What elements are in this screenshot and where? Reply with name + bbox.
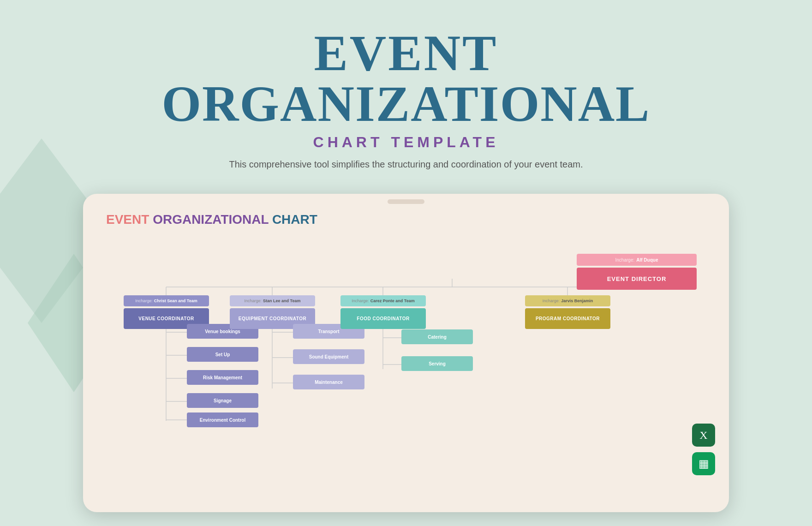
org-chart-container: Incharge: Alf Duque EVENT DIRECTOR Incha… [106,241,706,439]
venue-incharge: Incharge: Christ Sean and Team [124,295,209,306]
food-incharge-name: Carez Ponte and Team [370,299,415,303]
ed-incharge-name: Alf Duque [636,257,658,263]
chart-title: EVENT ORGANIZATIONAL CHART [106,212,706,227]
chart-title-org: ORGANIZATIONAL [153,212,269,227]
equip-incharge-name: Stan Lee and Team [263,299,300,303]
subtitle: CHART TEMPLATE [0,134,812,151]
excel-icon[interactable]: X [692,424,715,447]
food-incharge: Incharge: Carez Ponte and Team [340,295,426,306]
icons-container: X ▦ [692,424,715,475]
equip-incharge-label: Incharge: [245,299,262,303]
description: This comprehensive tool simplifies the s… [0,159,812,170]
tablet: EVENT ORGANIZATIONAL CHART [83,194,729,512]
food-coordinator-label: FOOD COORDINATOR [357,316,409,321]
title-line1: EVENT [0,28,812,78]
program-coordinator-box: PROGRAM COORDINATOR [525,308,610,329]
venue-incharge-label: Incharge: [135,299,153,303]
chart-title-event: EVENT [106,212,149,227]
program-coordinator-label: PROGRAM COORDINATOR [536,316,600,321]
equip-sub-1: Sound Equipment [293,349,364,364]
venue-sub-3: Signage [187,393,258,408]
food-sub-1: Serving [401,356,473,371]
tablet-notch [388,199,424,204]
ed-incharge-label: Incharge: [615,257,635,263]
event-director-incharge: Incharge: Alf Duque [577,254,697,266]
venue-coordinator-label: VENUE COORDINATOR [138,316,194,321]
food-coordinator-box: FOOD COORDINATOR [340,308,426,329]
venue-incharge-name: Christ Sean and Team [154,299,197,303]
equipment-incharge: Incharge: Stan Lee and Team [230,295,315,306]
program-incharge: Incharge: Jarvis Benjamin [525,295,610,306]
header: EVENT ORGANIZATIONAL CHART TEMPLATE This… [0,0,812,170]
equip-sub-2: Maintenance [293,375,364,389]
sheets-icon[interactable]: ▦ [692,452,715,475]
chart-title-chart: CHART [272,212,317,227]
venue-sub-2: Risk Management [187,370,258,385]
prog-incharge-label: Incharge: [543,299,560,303]
venue-sub-4: Environment Control [187,412,258,427]
title-line2: ORGANIZATIONAL [0,78,812,129]
venue-sub-1: Set Up [187,347,258,362]
equipment-coordinator-label: EQUIPMENT COORDINATOR [239,316,306,321]
event-director-box: EVENT DIRECTOR [577,268,697,290]
prog-incharge-name: Jarvis Benjamin [561,299,593,303]
food-incharge-label: Incharge: [352,299,369,303]
event-director-label: EVENT DIRECTOR [607,275,667,282]
food-sub-0: Catering [401,329,473,344]
